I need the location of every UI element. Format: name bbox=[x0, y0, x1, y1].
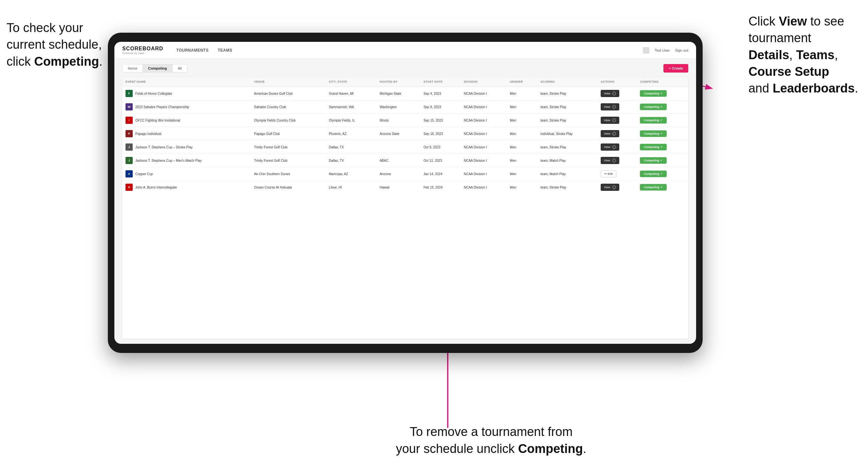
cell-city-state: Phoenix, AZ bbox=[326, 127, 376, 141]
col-city-state: CITY, STATE bbox=[326, 77, 376, 87]
cell-venue: Trinity Forest Golf Club bbox=[251, 154, 326, 167]
user-name: Test User bbox=[655, 49, 670, 52]
cell-city-state: Lihue, HI bbox=[326, 181, 376, 194]
annotation-bottom: To remove a tournament from your schedul… bbox=[396, 424, 586, 457]
cell-gender: Men bbox=[506, 87, 537, 100]
cell-start-date: Jan 14, 2024 bbox=[420, 167, 461, 181]
cell-hosted-by: ABAC bbox=[376, 154, 420, 167]
powered-by-text: Powered by clippi bbox=[122, 52, 163, 55]
event-name-text: Copper Cup bbox=[135, 172, 153, 176]
nav-tournaments[interactable]: TOURNAMENTS bbox=[177, 48, 209, 53]
cell-venue: Ocean Course At Hokuala bbox=[251, 181, 326, 194]
cell-venue: Ak-Chin Southern Dunes bbox=[251, 167, 326, 181]
create-button[interactable]: + Create bbox=[663, 64, 688, 72]
cell-competing: Competing ✓ bbox=[637, 141, 688, 154]
team-logo: F bbox=[125, 90, 133, 97]
view-button[interactable]: View ⓘ bbox=[601, 90, 619, 97]
table-row: I OFCC Fighting Illini Invitational Olym… bbox=[122, 114, 688, 127]
cell-hosted-by: Washington bbox=[376, 100, 420, 114]
table-row: P Papago Individual Papago Golf ClubPhoe… bbox=[122, 127, 688, 141]
cell-hosted-by bbox=[376, 141, 420, 154]
event-name-text: Folds of Honor Collegiate bbox=[135, 92, 172, 95]
cell-scoring: individual, Stroke Play bbox=[537, 127, 597, 141]
cell-scoring: team, Stroke Play bbox=[537, 141, 597, 154]
view-button[interactable]: View ⓘ bbox=[601, 130, 619, 137]
event-name-text: Jackson T. Stephens Cup – Men's Match Pl… bbox=[135, 159, 202, 162]
annotation-top-right: Click View to see tournament Details, Te… bbox=[748, 13, 858, 97]
cell-start-date: Sep 4, 2023 bbox=[420, 87, 461, 100]
nav-teams[interactable]: TEAMS bbox=[218, 48, 232, 53]
view-button[interactable]: View ⓘ bbox=[601, 157, 619, 164]
event-name-text: Papago Individual bbox=[135, 132, 161, 136]
cell-gender: Men bbox=[506, 100, 537, 114]
sign-out-link[interactable]: Sign out bbox=[675, 49, 688, 52]
cell-gender: Men bbox=[506, 114, 537, 127]
tab-competing[interactable]: Competing bbox=[143, 64, 172, 72]
tab-home[interactable]: Home bbox=[123, 64, 143, 72]
cell-city-state: Grand Haven, MI bbox=[326, 87, 376, 100]
arrow-bottom bbox=[435, 340, 461, 431]
col-gender: GENDER bbox=[506, 77, 537, 87]
cell-start-date: Sep 18, 2023 bbox=[420, 127, 461, 141]
cell-hosted-by: Michigan State bbox=[376, 87, 420, 100]
team-logo: A bbox=[125, 170, 133, 178]
cell-event-name: F Folds of Honor Collegiate bbox=[122, 87, 251, 100]
cell-hosted-by: Arizona bbox=[376, 167, 420, 181]
cell-actions: View ⓘ bbox=[597, 127, 637, 141]
col-division: DIVISION bbox=[461, 77, 506, 87]
user-avatar bbox=[643, 47, 649, 54]
view-button[interactable]: View ⓘ bbox=[601, 103, 619, 111]
annotation-line3: click Competing. bbox=[6, 55, 102, 68]
team-logo: H bbox=[125, 184, 133, 191]
cell-event-name: P Papago Individual bbox=[122, 127, 251, 141]
competing-button[interactable]: Competing ✓ bbox=[640, 130, 667, 137]
cell-actions: View ⓘ bbox=[597, 100, 637, 114]
cell-venue: Olympia Fields Country Club bbox=[251, 114, 326, 127]
competing-button[interactable]: Competing ✓ bbox=[640, 90, 667, 97]
table-row: A Copper Cup Ak-Chin Southern DunesMaric… bbox=[122, 167, 688, 181]
cell-actions: View ⓘ bbox=[597, 181, 637, 194]
cell-city-state: Maricopa, AZ bbox=[326, 167, 376, 181]
team-logo: P bbox=[125, 130, 133, 137]
competing-button[interactable]: Competing ✓ bbox=[640, 117, 667, 124]
cell-city-state: Dallas, TX bbox=[326, 141, 376, 154]
scoreboard-brand: SCOREBOARD Powered by clippi bbox=[122, 46, 163, 55]
tablet-frame: SCOREBOARD Powered by clippi TOURNAMENTS… bbox=[108, 33, 703, 353]
competing-button[interactable]: Competing ✓ bbox=[640, 103, 667, 110]
event-name-text: OFCC Fighting Illini Invitational bbox=[135, 119, 180, 122]
filter-tabs: Home Competing All bbox=[122, 64, 187, 72]
cell-event-name: H John A. Burns Intercollegiate bbox=[122, 181, 251, 194]
nav-links: TOURNAMENTS TEAMS bbox=[177, 48, 232, 53]
cell-actions: ✏ Edit bbox=[597, 167, 637, 181]
header-left: SCOREBOARD Powered by clippi TOURNAMENTS… bbox=[122, 46, 232, 55]
table-row: J Jackson T. Stephens Cup – Stroke Play … bbox=[122, 141, 688, 154]
cell-actions: View ⓘ bbox=[597, 154, 637, 167]
view-button[interactable]: View ⓘ bbox=[601, 144, 619, 151]
competing-button[interactable]: Competing ✓ bbox=[640, 157, 667, 164]
competing-button[interactable]: Competing ✓ bbox=[640, 170, 667, 177]
annotation-line2: current schedule, bbox=[6, 38, 102, 51]
view-button[interactable]: View ⓘ bbox=[601, 117, 619, 124]
competing-button[interactable]: Competing ✓ bbox=[640, 184, 667, 190]
edit-button[interactable]: ✏ Edit bbox=[601, 170, 616, 178]
view-button[interactable]: View ⓘ bbox=[601, 184, 619, 191]
col-event-name: EVENT NAME bbox=[122, 77, 251, 87]
info-icon: ⓘ bbox=[612, 185, 616, 189]
competing-button[interactable]: Competing ✓ bbox=[640, 144, 667, 150]
col-venue: VENUE bbox=[251, 77, 326, 87]
event-name-text: Jackson T. Stephens Cup – Stroke Play bbox=[135, 146, 192, 149]
col-actions: ACTIONS bbox=[597, 77, 637, 87]
cell-start-date: Oct 11, 2023 bbox=[420, 154, 461, 167]
cell-division: NCAA Division I bbox=[461, 114, 506, 127]
cell-city-state: Dallas, TX bbox=[326, 154, 376, 167]
team-logo: W bbox=[125, 103, 133, 111]
cell-scoring: team, Match Play bbox=[537, 154, 597, 167]
cell-scoring: team, Stroke Play bbox=[537, 114, 597, 127]
table-body: F Folds of Honor Collegiate American Dun… bbox=[122, 87, 688, 194]
filter-bar: Home Competing All + Create bbox=[122, 64, 688, 72]
cell-actions: View ⓘ bbox=[597, 87, 637, 100]
cell-venue: Sahalee Country Club bbox=[251, 100, 326, 114]
col-hosted-by: HOSTED BY bbox=[376, 77, 420, 87]
tab-all[interactable]: All bbox=[173, 64, 187, 72]
cell-scoring: team, Stroke Play bbox=[537, 87, 597, 100]
